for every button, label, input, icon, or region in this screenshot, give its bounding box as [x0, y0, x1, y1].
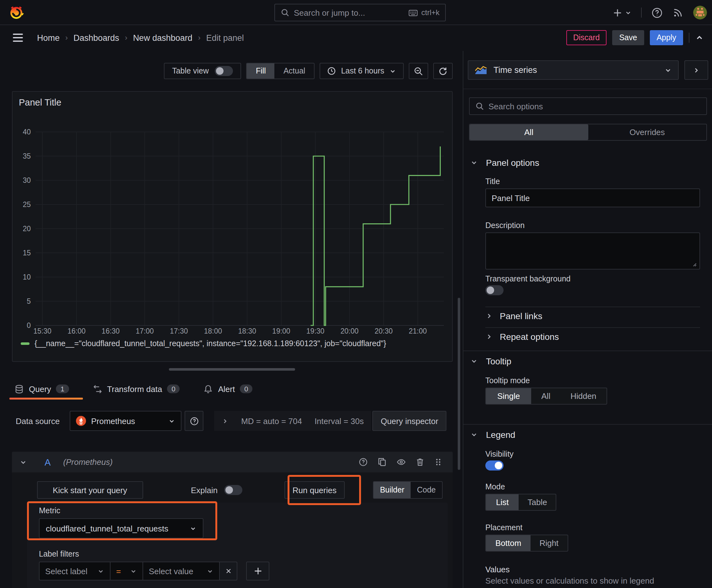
- duplicate-icon[interactable]: [377, 457, 387, 467]
- builder-option[interactable]: Builder: [373, 482, 411, 498]
- search-input[interactable]: [294, 8, 408, 17]
- refresh-button[interactable]: [433, 63, 453, 79]
- query-ref-id[interactable]: A: [45, 457, 50, 467]
- collapse-header-button[interactable]: [695, 33, 704, 42]
- kick-start-query-button[interactable]: Kick start your query: [37, 481, 143, 499]
- legend-series-label[interactable]: {__name__="cloudflared_tunnel_total_requ…: [35, 339, 386, 348]
- tab-all[interactable]: All: [470, 124, 588, 140]
- metric-select[interactable]: cloudflared_tunnel_total_requests: [39, 518, 203, 538]
- legend-placement-label: Placement: [486, 523, 522, 532]
- menu-toggle-button[interactable]: [13, 33, 23, 42]
- grafana-logo[interactable]: [9, 5, 24, 20]
- breadcrumb-dashboards[interactable]: Dashboards: [73, 33, 119, 42]
- svg-text:15:30: 15:30: [33, 327, 51, 335]
- remove-filter-button[interactable]: [220, 562, 237, 581]
- chart-legend[interactable]: {__name__="cloudflared_tunnel_total_requ…: [21, 339, 386, 348]
- time-range-picker[interactable]: Last 6 hours: [320, 63, 404, 79]
- fill-actual-switch: Fill Actual: [246, 63, 315, 79]
- datasource-picker[interactable]: Prometheus: [70, 411, 181, 431]
- hamburger-icon: [13, 33, 23, 42]
- top-navbar: ctrl+k: [0, 0, 712, 25]
- global-search[interactable]: ctrl+k: [274, 4, 446, 21]
- time-series-chart[interactable]: 15:3016:0016:3017:0017:3018:0018:3019:00…: [13, 92, 453, 362]
- table-view-toggle[interactable]: [215, 66, 233, 76]
- query-row-header[interactable]: A (Prometheus): [12, 452, 453, 472]
- code-option[interactable]: Code: [411, 482, 442, 498]
- zoom-out-button[interactable]: [409, 63, 428, 79]
- repeat-options-section[interactable]: Repeat options: [486, 332, 559, 342]
- plus-icon: [253, 567, 262, 575]
- save-button[interactable]: Save: [612, 30, 644, 45]
- tab-query[interactable]: Query 1: [12, 378, 71, 400]
- toggle-viz-options-button[interactable]: [684, 60, 708, 80]
- tab-alert[interactable]: Alert 0: [201, 378, 255, 400]
- drag-handle-icon[interactable]: [434, 457, 443, 467]
- placement-bottom-option[interactable]: Bottom: [486, 535, 531, 551]
- add-filter-button[interactable]: [246, 562, 269, 581]
- chevron-down-icon: [168, 417, 175, 424]
- eye-icon[interactable]: [396, 457, 406, 467]
- breadcrumb-new-dashboard[interactable]: New dashboard: [133, 33, 192, 42]
- builder-code-switch: Builder Code: [373, 481, 443, 499]
- refresh-icon: [438, 66, 448, 76]
- query-inspector-button[interactable]: Query inspector: [373, 411, 447, 431]
- panel-links-section[interactable]: Panel links: [486, 311, 542, 321]
- discard-button[interactable]: Discard: [566, 30, 607, 45]
- options-search[interactable]: [469, 97, 707, 115]
- select-value-dropdown[interactable]: Select value: [143, 562, 220, 581]
- scrollbar-thumb[interactable]: [458, 298, 460, 470]
- section-divider: [463, 424, 712, 425]
- description-textarea[interactable]: [486, 232, 700, 270]
- svg-text:15: 15: [23, 249, 31, 257]
- legend-table-option[interactable]: Table: [519, 495, 556, 510]
- pane-resize-handle[interactable]: [169, 368, 295, 371]
- tooltip-section[interactable]: Tooltip: [470, 356, 511, 366]
- visualization-picker[interactable]: Time series: [468, 60, 679, 80]
- legend-mode-switch: List Table: [486, 494, 557, 511]
- help-icon[interactable]: [359, 457, 368, 467]
- tooltip-all-option[interactable]: All: [531, 388, 560, 404]
- actual-option[interactable]: Actual: [275, 63, 314, 79]
- options-search-input[interactable]: [489, 102, 701, 111]
- help-button[interactable]: [651, 6, 663, 19]
- chevron-down-icon[interactable]: [19, 458, 27, 466]
- explain-toggle[interactable]: [224, 485, 242, 495]
- select-label-dropdown[interactable]: Select label: [39, 562, 110, 581]
- edit-panel-left-pane: Table view Fill Actual Last 6 hours: [0, 51, 463, 588]
- legend-visibility-toggle[interactable]: [486, 460, 503, 470]
- time-range-label: Last 6 hours: [341, 67, 384, 76]
- tab-overrides[interactable]: Overrides: [588, 124, 706, 140]
- transparent-bg-toggle[interactable]: [486, 285, 503, 295]
- chevron-right-icon[interactable]: [222, 417, 229, 424]
- table-view-control: Table view: [164, 63, 241, 79]
- options-filter-tabs: All Overrides: [469, 124, 707, 141]
- tab-transform[interactable]: Transform data 0: [90, 378, 182, 400]
- placement-right-option[interactable]: Right: [531, 535, 567, 551]
- tooltip-single-option[interactable]: Single: [486, 388, 531, 404]
- apply-button[interactable]: Apply: [649, 30, 683, 45]
- run-queries-button[interactable]: Run queries: [284, 481, 345, 499]
- user-avatar[interactable]: [693, 6, 707, 19]
- trash-icon[interactable]: [416, 457, 425, 467]
- chevron-right-icon: [693, 66, 700, 74]
- chevron-down-icon: [97, 568, 104, 574]
- clock-icon: [327, 67, 336, 76]
- fill-option[interactable]: Fill: [247, 63, 275, 79]
- panel-options-section[interactable]: Panel options: [470, 158, 539, 168]
- panel-title-input[interactable]: [486, 188, 700, 207]
- panel-options-header: Panel options: [486, 158, 539, 168]
- tooltip-hidden-option[interactable]: Hidden: [560, 388, 606, 404]
- operator-dropdown[interactable]: =: [110, 562, 143, 581]
- panel-preview[interactable]: Panel Title 15:3016:0016:3017:0017:3018:…: [12, 91, 453, 362]
- legend-list-option[interactable]: List: [486, 495, 519, 510]
- svg-text:30: 30: [23, 176, 31, 184]
- panel-title[interactable]: Panel Title: [19, 97, 61, 107]
- datasource-help-button[interactable]: [185, 411, 203, 431]
- chevron-right-icon: [486, 312, 493, 320]
- news-button[interactable]: [672, 7, 684, 18]
- breadcrumb-home[interactable]: Home: [37, 33, 60, 42]
- explain-control: Explain: [191, 481, 242, 499]
- legend-section[interactable]: Legend: [470, 430, 515, 440]
- add-menu-button[interactable]: [613, 8, 632, 17]
- svg-text:17:00: 17:00: [136, 327, 154, 335]
